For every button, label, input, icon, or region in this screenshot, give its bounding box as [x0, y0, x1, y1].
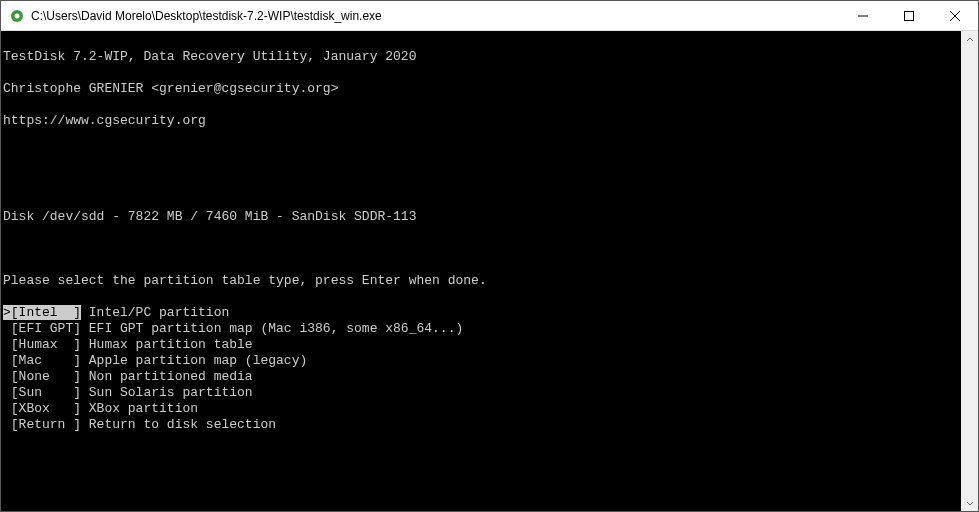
window-title: C:\Users\David Morelo\Desktop\testdisk-7… [31, 9, 840, 23]
scroll-up-button[interactable] [961, 31, 978, 48]
maximize-button[interactable] [886, 1, 932, 30]
option-desc: XBox partition [81, 401, 198, 416]
blank-line [3, 145, 961, 161]
partition-option[interactable]: >[Intel ] Intel/PC partition [3, 305, 961, 321]
scrollbar[interactable] [961, 31, 978, 511]
option-desc: Humax partition table [81, 337, 253, 352]
header-line: https://www.cgsecurity.org [3, 113, 961, 129]
partition-option[interactable]: [Humax ] Humax partition table [3, 337, 961, 353]
window-controls [840, 1, 978, 30]
partition-option[interactable]: [None ] Non partitioned media [3, 369, 961, 385]
close-button[interactable] [932, 1, 978, 30]
scroll-down-button[interactable] [961, 494, 978, 511]
option-desc: Intel/PC partition [81, 305, 229, 320]
header-line: Christophe GRENIER <grenier@cgsecurity.o… [3, 81, 961, 97]
svg-rect-3 [905, 11, 914, 20]
option-desc: Non partitioned media [81, 369, 253, 384]
blank-line [3, 177, 961, 193]
option-desc: Sun Solaris partition [81, 385, 253, 400]
svg-point-1 [15, 13, 20, 18]
console-area: TestDisk 7.2-WIP, Data Recovery Utility,… [1, 31, 978, 511]
option-bracket: [None ] [3, 369, 81, 384]
option-bracket: >[Intel ] [3, 305, 81, 320]
header-line: TestDisk 7.2-WIP, Data Recovery Utility,… [3, 49, 961, 65]
partition-option[interactable]: [EFI GPT] EFI GPT partition map (Mac i38… [3, 321, 961, 337]
option-bracket: [Mac ] [3, 353, 81, 368]
scroll-track[interactable] [961, 48, 978, 494]
option-desc: Apple partition map (legacy) [81, 353, 307, 368]
blank-line [3, 481, 961, 497]
option-bracket: [EFI GPT] [3, 321, 81, 336]
titlebar: C:\Users\David Morelo\Desktop\testdisk-7… [1, 1, 978, 31]
option-desc: Return to disk selection [81, 417, 276, 432]
partition-option[interactable]: [Sun ] Sun Solaris partition [3, 385, 961, 401]
disk-info: Disk /dev/sdd - 7822 MB / 7460 MiB - San… [3, 209, 961, 225]
blank-line [3, 449, 961, 465]
option-desc: EFI GPT partition map (Mac i386, some x8… [81, 321, 463, 336]
option-bracket: [Return ] [3, 417, 81, 432]
app-icon [9, 8, 25, 24]
option-bracket: [XBox ] [3, 401, 81, 416]
minimize-button[interactable] [840, 1, 886, 30]
console-output[interactable]: TestDisk 7.2-WIP, Data Recovery Utility,… [1, 31, 961, 511]
partition-option[interactable]: [XBox ] XBox partition [3, 401, 961, 417]
partition-option[interactable]: [Return ] Return to disk selection [3, 417, 961, 433]
blank-line [3, 241, 961, 257]
prompt-line: Please select the partition table type, … [3, 273, 961, 289]
partition-option[interactable]: [Mac ] Apple partition map (legacy) [3, 353, 961, 369]
option-bracket: [Sun ] [3, 385, 81, 400]
option-bracket: [Humax ] [3, 337, 81, 352]
